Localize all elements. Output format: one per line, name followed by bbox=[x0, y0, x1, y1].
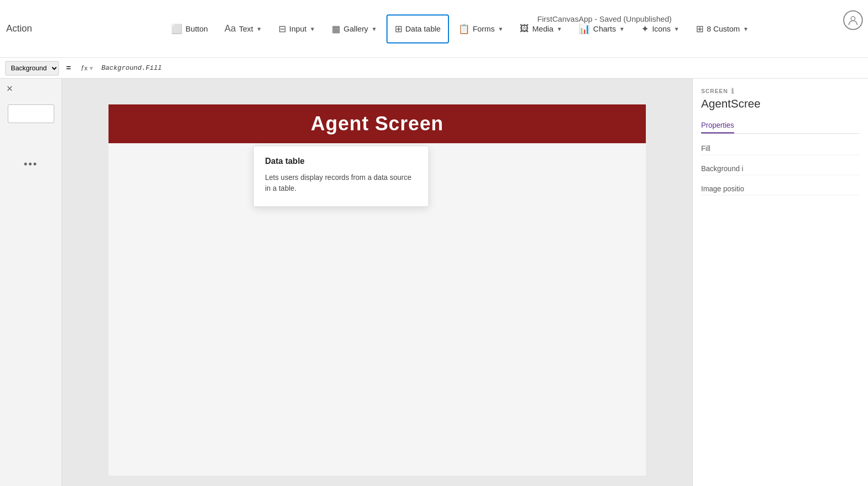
forms-chevron-icon: ▼ bbox=[498, 26, 503, 32]
tooltip-popup: Data table Lets users display records fr… bbox=[253, 146, 429, 207]
equals-sign: = bbox=[63, 64, 74, 73]
charts-chevron-icon: ▼ bbox=[619, 26, 625, 32]
input-icon: ⊟ bbox=[278, 23, 286, 35]
text-label: Text bbox=[239, 24, 253, 33]
icons-chevron-icon: ▼ bbox=[674, 26, 679, 32]
gallery-chevron-icon: ▼ bbox=[371, 26, 377, 32]
button-label: Button bbox=[185, 24, 208, 33]
tooltip-description: Lets users display records from a data s… bbox=[265, 172, 417, 194]
media-label: Media bbox=[532, 24, 553, 33]
formula-bar: Background = f x ▼ Background.Fill bbox=[0, 58, 868, 79]
custom-chevron-icon: ▼ bbox=[743, 26, 749, 32]
charts-label: Charts bbox=[593, 24, 616, 33]
screen-info-icon[interactable]: ℹ bbox=[731, 87, 734, 95]
text-chevron-icon: ▼ bbox=[256, 26, 262, 32]
forms-icon: 📋 bbox=[458, 23, 470, 35]
custom-icon: ⊞ bbox=[696, 23, 704, 35]
gallery-tool[interactable]: ▦ Gallery ▼ bbox=[324, 14, 384, 43]
datatable-tool[interactable]: ⊞ Data table bbox=[386, 14, 449, 43]
charts-icon: 📊 bbox=[579, 23, 590, 35]
toolbar: ⬜ Button Aa Text ▼ ⊟ Input ▼ ▦ Gallery ▼… bbox=[58, 14, 862, 43]
button-icon: ⬜ bbox=[171, 23, 182, 35]
screen-section-label: SCREEN ℹ bbox=[701, 87, 860, 95]
input-tool[interactable]: ⊟ Input ▼ bbox=[271, 14, 322, 43]
fill-property: Fill bbox=[701, 142, 860, 155]
sidebar-more-icon[interactable]: ••• bbox=[24, 158, 38, 170]
gallery-label: Gallery bbox=[344, 24, 368, 33]
action-label: Action bbox=[6, 23, 48, 34]
main-layout: ✕ ••• Agent Screen Data table Lets users… bbox=[0, 79, 868, 486]
left-sidebar: ✕ ••• bbox=[0, 79, 62, 486]
tooltip-title: Data table bbox=[265, 157, 417, 166]
image-position-property: Image positio bbox=[701, 183, 860, 195]
forms-tool[interactable]: 📋 Forms ▼ bbox=[451, 14, 510, 43]
sidebar-input-box[interactable] bbox=[8, 104, 54, 123]
top-bar: Action ⬜ Button Aa Text ▼ ⊟ Input ▼ ▦ Ga… bbox=[0, 0, 868, 58]
gallery-icon: ▦ bbox=[332, 23, 340, 35]
tab-properties[interactable]: Properties bbox=[701, 118, 734, 133]
canvas-area[interactable]: Agent Screen Data table Lets users displ… bbox=[62, 79, 692, 486]
forms-label: Forms bbox=[473, 24, 495, 33]
media-chevron-icon: ▼ bbox=[556, 26, 562, 32]
formula-value: Background.Fill bbox=[101, 64, 162, 72]
custom-tool[interactable]: ⊞ 8 Custom ▼ bbox=[689, 14, 756, 43]
right-panel: SCREEN ℹ AgentScree Properties Fill Back… bbox=[692, 79, 868, 486]
icons-icon: ✦ bbox=[641, 23, 649, 35]
datatable-icon: ⊞ bbox=[395, 23, 402, 35]
panel-tabs: Properties bbox=[701, 118, 860, 134]
input-label: Input bbox=[289, 24, 306, 33]
sidebar-close-button[interactable]: ✕ bbox=[6, 84, 13, 94]
button-tool[interactable]: ⬜ Button bbox=[164, 14, 215, 43]
media-icon: 🖼 bbox=[520, 23, 529, 34]
user-avatar-icon[interactable] bbox=[843, 10, 863, 30]
user-icon-area bbox=[843, 10, 863, 30]
text-icon: Aa bbox=[224, 23, 236, 34]
fx-label: f bbox=[81, 64, 83, 72]
fx-dropdown-icon: ▼ bbox=[88, 65, 94, 71]
text-tool[interactable]: Aa Text ▼ bbox=[217, 14, 269, 43]
screen-name: AgentScree bbox=[701, 97, 860, 111]
icons-label: Icons bbox=[652, 24, 671, 33]
x-label: x bbox=[84, 65, 87, 72]
svg-point-0 bbox=[851, 17, 855, 21]
property-dropdown[interactable]: Background bbox=[5, 61, 59, 75]
fx-button[interactable]: f x ▼ bbox=[78, 63, 97, 73]
app-title: FirstCanvasApp - Saved (Unpublished) bbox=[537, 14, 672, 23]
datatable-label: Data table bbox=[406, 24, 441, 33]
custom-label: 8 Custom bbox=[707, 24, 740, 33]
agent-screen-title: Agent Screen bbox=[311, 113, 444, 135]
input-chevron-icon: ▼ bbox=[309, 26, 315, 32]
background-property: Background i bbox=[701, 162, 860, 175]
agent-screen-header: Agent Screen bbox=[109, 104, 646, 143]
